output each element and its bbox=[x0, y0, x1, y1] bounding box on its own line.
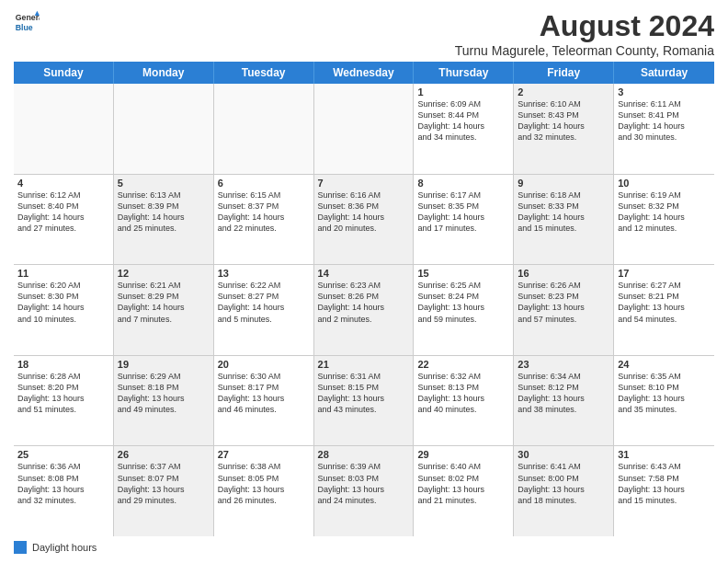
calendar-cell: 31Sunrise: 6:43 AM Sunset: 7:58 PM Dayli… bbox=[614, 446, 714, 536]
day-number: 28 bbox=[318, 449, 410, 460]
day-number: 17 bbox=[618, 268, 711, 279]
day-number: 24 bbox=[618, 359, 711, 370]
cell-text: Sunrise: 6:36 AM Sunset: 8:08 PM Dayligh… bbox=[17, 461, 109, 506]
cell-text: Sunrise: 6:43 AM Sunset: 7:58 PM Dayligh… bbox=[618, 461, 711, 506]
footer: Daylight hours bbox=[14, 541, 714, 554]
day-number: 2 bbox=[518, 86, 609, 98]
cell-text: Sunrise: 6:16 AM Sunset: 8:36 PM Dayligh… bbox=[318, 190, 410, 235]
day-number: 12 bbox=[118, 268, 210, 279]
day-number: 27 bbox=[218, 449, 310, 460]
cell-text: Sunrise: 6:25 AM Sunset: 8:24 PM Dayligh… bbox=[417, 280, 509, 325]
day-number: 5 bbox=[118, 178, 210, 189]
calendar-cell: 7Sunrise: 6:16 AM Sunset: 8:36 PM Daylig… bbox=[314, 175, 415, 265]
calendar-header-cell: Tuesday bbox=[214, 62, 314, 84]
svg-text:Blue: Blue bbox=[16, 23, 33, 32]
calendar-header-cell: Wednesday bbox=[314, 62, 415, 84]
calendar-cell: 21Sunrise: 6:31 AM Sunset: 8:15 PM Dayli… bbox=[314, 356, 415, 446]
cell-text: Sunrise: 6:21 AM Sunset: 8:29 PM Dayligh… bbox=[118, 280, 210, 325]
day-number: 16 bbox=[518, 268, 609, 279]
calendar-cell: 22Sunrise: 6:32 AM Sunset: 8:13 PM Dayli… bbox=[414, 356, 514, 446]
day-number: 6 bbox=[218, 178, 310, 189]
calendar-cell: 25Sunrise: 6:36 AM Sunset: 8:08 PM Dayli… bbox=[14, 446, 114, 536]
cell-text: Sunrise: 6:29 AM Sunset: 8:18 PM Dayligh… bbox=[118, 371, 210, 416]
calendar-cell: 27Sunrise: 6:38 AM Sunset: 8:05 PM Dayli… bbox=[214, 446, 314, 536]
calendar-row: 11Sunrise: 6:20 AM Sunset: 8:30 PM Dayli… bbox=[14, 265, 714, 356]
calendar-cell: 3Sunrise: 6:11 AM Sunset: 8:41 PM Daylig… bbox=[614, 84, 714, 174]
day-number: 9 bbox=[518, 178, 609, 189]
calendar-cell: 29Sunrise: 6:40 AM Sunset: 8:02 PM Dayli… bbox=[414, 446, 514, 536]
cell-text: Sunrise: 6:30 AM Sunset: 8:17 PM Dayligh… bbox=[218, 371, 310, 416]
cell-text: Sunrise: 6:19 AM Sunset: 8:32 PM Dayligh… bbox=[618, 190, 711, 235]
calendar-cell: 9Sunrise: 6:18 AM Sunset: 8:33 PM Daylig… bbox=[514, 175, 614, 265]
day-number: 10 bbox=[618, 178, 711, 189]
daylight-swatch bbox=[14, 541, 27, 554]
cell-text: Sunrise: 6:28 AM Sunset: 8:20 PM Dayligh… bbox=[17, 371, 109, 416]
calendar-cell: 28Sunrise: 6:39 AM Sunset: 8:03 PM Dayli… bbox=[314, 446, 415, 536]
calendar-cell: 1Sunrise: 6:09 AM Sunset: 8:44 PM Daylig… bbox=[414, 84, 514, 174]
calendar-cell: 6Sunrise: 6:15 AM Sunset: 8:37 PM Daylig… bbox=[214, 175, 314, 265]
cell-text: Sunrise: 6:32 AM Sunset: 8:13 PM Dayligh… bbox=[417, 371, 509, 416]
calendar-cell: 23Sunrise: 6:34 AM Sunset: 8:12 PM Dayli… bbox=[514, 356, 614, 446]
cell-text: Sunrise: 6:38 AM Sunset: 8:05 PM Dayligh… bbox=[218, 461, 310, 506]
calendar-body: 1Sunrise: 6:09 AM Sunset: 8:44 PM Daylig… bbox=[14, 84, 714, 536]
calendar-row: 4Sunrise: 6:12 AM Sunset: 8:40 PM Daylig… bbox=[14, 175, 714, 266]
day-number: 20 bbox=[218, 359, 310, 370]
cell-text: Sunrise: 6:41 AM Sunset: 8:00 PM Dayligh… bbox=[518, 461, 609, 506]
day-number: 23 bbox=[518, 359, 609, 370]
day-number: 18 bbox=[17, 359, 109, 370]
cell-text: Sunrise: 6:11 AM Sunset: 8:41 PM Dayligh… bbox=[618, 98, 711, 144]
page: General Blue August 2024 Turnu Magurele,… bbox=[0, 0, 728, 563]
cell-text: Sunrise: 6:22 AM Sunset: 8:27 PM Dayligh… bbox=[218, 280, 310, 325]
calendar-cell: 2Sunrise: 6:10 AM Sunset: 8:43 PM Daylig… bbox=[514, 84, 614, 174]
subtitle: Turnu Magurele, Teleorman County, Romani… bbox=[455, 43, 714, 58]
calendar-cell: 20Sunrise: 6:30 AM Sunset: 8:17 PM Dayli… bbox=[214, 356, 314, 446]
calendar-cell bbox=[314, 84, 415, 174]
day-number: 22 bbox=[417, 359, 509, 370]
cell-text: Sunrise: 6:12 AM Sunset: 8:40 PM Dayligh… bbox=[17, 190, 109, 235]
day-number: 19 bbox=[118, 359, 210, 370]
calendar-cell: 5Sunrise: 6:13 AM Sunset: 8:39 PM Daylig… bbox=[114, 175, 214, 265]
cell-text: Sunrise: 6:13 AM Sunset: 8:39 PM Dayligh… bbox=[118, 190, 210, 235]
calendar-row: 25Sunrise: 6:36 AM Sunset: 8:08 PM Dayli… bbox=[14, 446, 714, 536]
cell-text: Sunrise: 6:20 AM Sunset: 8:30 PM Dayligh… bbox=[17, 280, 109, 325]
cell-text: Sunrise: 6:27 AM Sunset: 8:21 PM Dayligh… bbox=[618, 280, 711, 325]
cell-text: Sunrise: 6:15 AM Sunset: 8:37 PM Dayligh… bbox=[218, 190, 310, 235]
calendar-cell: 24Sunrise: 6:35 AM Sunset: 8:10 PM Dayli… bbox=[614, 356, 714, 446]
daylight-label: Daylight hours bbox=[32, 542, 97, 553]
cell-text: Sunrise: 6:09 AM Sunset: 8:44 PM Dayligh… bbox=[417, 98, 509, 144]
calendar-header-cell: Sunday bbox=[14, 62, 114, 84]
day-number: 25 bbox=[17, 449, 109, 460]
cell-text: Sunrise: 6:26 AM Sunset: 8:23 PM Dayligh… bbox=[518, 280, 609, 325]
calendar-header-cell: Thursday bbox=[414, 62, 514, 84]
calendar-header-cell: Saturday bbox=[614, 62, 714, 84]
cell-text: Sunrise: 6:35 AM Sunset: 8:10 PM Dayligh… bbox=[618, 371, 711, 416]
calendar-cell: 26Sunrise: 6:37 AM Sunset: 8:07 PM Dayli… bbox=[114, 446, 214, 536]
cell-text: Sunrise: 6:23 AM Sunset: 8:26 PM Dayligh… bbox=[318, 280, 410, 325]
calendar-cell: 12Sunrise: 6:21 AM Sunset: 8:29 PM Dayli… bbox=[114, 265, 214, 355]
cell-text: Sunrise: 6:31 AM Sunset: 8:15 PM Dayligh… bbox=[318, 371, 410, 416]
calendar-cell bbox=[114, 84, 214, 174]
day-number: 31 bbox=[618, 449, 711, 460]
cell-text: Sunrise: 6:40 AM Sunset: 8:02 PM Dayligh… bbox=[417, 461, 509, 506]
logo: General Blue bbox=[14, 9, 40, 35]
day-number: 3 bbox=[618, 86, 711, 98]
calendar-cell: 4Sunrise: 6:12 AM Sunset: 8:40 PM Daylig… bbox=[14, 175, 114, 265]
calendar-cell: 10Sunrise: 6:19 AM Sunset: 8:32 PM Dayli… bbox=[614, 175, 714, 265]
calendar-cell bbox=[214, 84, 314, 174]
day-number: 13 bbox=[218, 268, 310, 279]
calendar-header: SundayMondayTuesdayWednesdayThursdayFrid… bbox=[14, 62, 714, 84]
calendar-cell: 17Sunrise: 6:27 AM Sunset: 8:21 PM Dayli… bbox=[614, 265, 714, 355]
calendar-cell bbox=[14, 84, 114, 174]
calendar-cell: 13Sunrise: 6:22 AM Sunset: 8:27 PM Dayli… bbox=[214, 265, 314, 355]
calendar-cell: 30Sunrise: 6:41 AM Sunset: 8:00 PM Dayli… bbox=[514, 446, 614, 536]
calendar: SundayMondayTuesdayWednesdayThursdayFrid… bbox=[14, 62, 714, 536]
calendar-cell: 14Sunrise: 6:23 AM Sunset: 8:26 PM Dayli… bbox=[314, 265, 415, 355]
day-number: 1 bbox=[417, 86, 509, 98]
day-number: 11 bbox=[17, 268, 109, 279]
calendar-cell: 15Sunrise: 6:25 AM Sunset: 8:24 PM Dayli… bbox=[414, 265, 514, 355]
cell-text: Sunrise: 6:10 AM Sunset: 8:43 PM Dayligh… bbox=[518, 98, 609, 144]
header: General Blue August 2024 Turnu Magurele,… bbox=[14, 9, 714, 58]
day-number: 30 bbox=[518, 449, 609, 460]
day-number: 26 bbox=[118, 449, 210, 460]
day-number: 4 bbox=[17, 178, 109, 189]
